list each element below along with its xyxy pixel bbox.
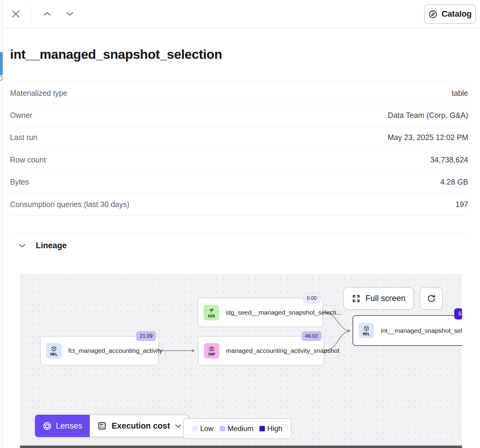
- lineage-section-title: Lineage: [36, 241, 67, 250]
- detail-value: table: [452, 89, 468, 98]
- detail-label: Owner: [10, 111, 32, 120]
- node-label: managed_accounting_activity_snapshot: [226, 347, 340, 354]
- detail-row-owner: Owner Data Team (Corp, G&A): [10, 104, 468, 126]
- legend-item-medium: Medium: [220, 424, 253, 433]
- detail-label: Last run: [10, 133, 37, 142]
- next-item-button[interactable]: [64, 10, 76, 18]
- seed-sprout-icon: [208, 307, 215, 314]
- chevron-down-icon: [175, 424, 181, 428]
- previous-item-button[interactable]: [41, 10, 53, 18]
- snapshot-type-chip: SNP: [204, 343, 219, 359]
- seed-type-chip: SED: [204, 305, 219, 320]
- detail-value: 34,738,624: [430, 155, 468, 164]
- section-divider: [10, 233, 468, 234]
- detail-label: Bytes: [10, 178, 29, 186]
- legend-label: Low: [200, 424, 214, 433]
- node-type-code: MDL: [50, 352, 57, 356]
- model-cube-icon: [51, 346, 57, 352]
- legend-swatch-high: [259, 426, 265, 431]
- lineage-node-stg-seed-managed-snapshot-selection[interactable]: SED stg_seed__managed_snapshot_selecti..…: [198, 298, 323, 327]
- node-type-code: SED: [208, 314, 215, 318]
- panel-header: Catalog: [3, 0, 480, 28]
- lens-selected-label: Execution cost: [112, 421, 170, 431]
- compass-icon: [428, 9, 438, 19]
- detail-label: Consumption queries (last 30 days): [10, 200, 129, 209]
- detail-value: May 23, 2025 12:02 PM: [388, 133, 468, 142]
- snapshot-camera-icon: [208, 346, 215, 352]
- node-label: int__managed_snapshot_selection: [381, 327, 462, 334]
- background-page-edge: [0, 0, 3, 448]
- detail-value: Data Team (Corp, G&A): [388, 111, 468, 120]
- lenses-button-label: Lenses: [56, 421, 82, 431]
- detail-label: Materialized type: [10, 89, 67, 98]
- node-label: fct_managed_accounting_activity: [68, 347, 163, 354]
- chevron-up-icon: [43, 12, 51, 16]
- lens-selector-dropdown[interactable]: Execution cost: [90, 415, 189, 437]
- close-button[interactable]: [10, 8, 21, 19]
- execution-cost-badge: 0.00: [303, 293, 320, 303]
- legend-label: High: [267, 424, 282, 433]
- fullscreen-button-label: Full screen: [365, 294, 405, 303]
- node-type-code: MDL: [363, 332, 370, 336]
- catalog-button[interactable]: Catalog: [424, 5, 476, 24]
- execution-cost-icon: [97, 421, 107, 431]
- detail-row-materialized-type: Materialized type table: [10, 82, 468, 104]
- chevron-down-icon: [66, 12, 74, 16]
- node-label: stg_seed__managed_snapshot_selecti...: [226, 309, 342, 316]
- legend-swatch-low: [192, 426, 198, 431]
- refresh-icon: [427, 294, 436, 303]
- lineage-section-header[interactable]: Lineage: [18, 241, 67, 250]
- avatar: [0, 76, 3, 81]
- lenses-control: Lenses Execution cost: [35, 415, 189, 437]
- cost-legend: Low Medium High: [183, 418, 291, 439]
- refresh-button[interactable]: [420, 287, 443, 309]
- canvas-bottom-edge: [20, 446, 462, 448]
- page-title: int__managed_snapshot_selection: [10, 47, 222, 62]
- nav-selection-indicator: [0, 52, 3, 75]
- aperture-icon: [42, 421, 52, 431]
- lineage-node-managed-accounting-activity-snapshot[interactable]: SNP managed_accounting_activity_snapshot…: [198, 336, 324, 365]
- detail-value: 4.28 GB: [440, 178, 468, 186]
- model-cube-icon: [363, 325, 370, 332]
- lineage-canvas[interactable]: MDL fct_managed_accounting_activity 21.0…: [20, 274, 462, 448]
- detail-row-last-run: Last run May 23, 2025 12:02 PM: [10, 126, 468, 149]
- legend-item-high: High: [259, 424, 282, 433]
- execution-cost-badge: 21.09: [136, 331, 156, 341]
- legend-swatch-medium: [220, 426, 225, 431]
- model-type-chip: MDL: [359, 323, 374, 338]
- fullscreen-button[interactable]: Full screen: [343, 287, 414, 309]
- details-table: Materialized type table Owner Data Team …: [10, 82, 468, 216]
- catalog-button-label: Catalog: [441, 9, 472, 19]
- model-type-chip: MDL: [46, 343, 62, 359]
- detail-row-bytes: Bytes 4.28 GB: [10, 171, 468, 193]
- detail-row-row-count: Row count 34,738,624: [10, 149, 468, 171]
- collapse-chevron-icon[interactable]: [18, 243, 26, 248]
- lineage-node-int-managed-snapshot-selection[interactable]: MDL int__managed_snapshot_selection: [353, 315, 462, 346]
- header-divider: [31, 5, 32, 23]
- detail-row-consumption-queries: Consumption queries (last 30 days) 197: [10, 193, 468, 216]
- lenses-button[interactable]: Lenses: [35, 415, 90, 437]
- node-type-code: SNP: [208, 352, 215, 356]
- execution-cost-badge: 67: [454, 308, 462, 319]
- lineage-node-fct-managed-accounting-activity[interactable]: MDL fct_managed_accounting_activity 21.0…: [40, 336, 159, 365]
- close-icon: [11, 9, 21, 19]
- detail-value: 197: [455, 200, 468, 209]
- legend-item-low: Low: [192, 424, 214, 433]
- execution-cost-badge: 46.02: [302, 331, 321, 341]
- expand-arrows-icon: [352, 294, 361, 303]
- detail-label: Row count: [10, 155, 46, 164]
- legend-label: Medium: [228, 424, 253, 433]
